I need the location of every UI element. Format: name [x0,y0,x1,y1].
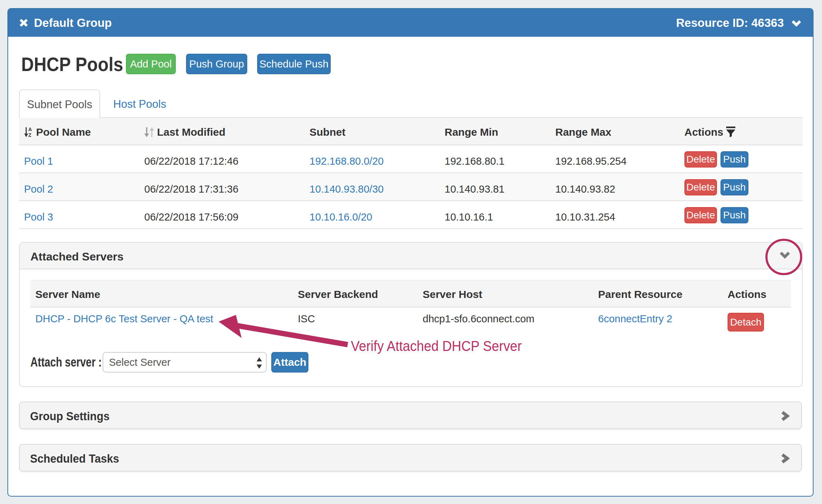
svg-text:A: A [28,127,32,132]
svg-text:Z: Z [28,132,31,137]
